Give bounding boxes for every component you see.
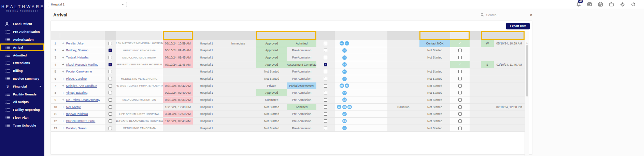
column-header-pathology[interactable] bbox=[387, 31, 419, 40]
settings-icon[interactable] bbox=[620, 2, 625, 7]
column-header-hospital[interactable] bbox=[116, 31, 163, 40]
sidebar-item-all-scripts[interactable]: All Scripts bbox=[0, 98, 44, 106]
sidebar-item-pre-authorisation[interactable]: Pre-Authorisation bbox=[0, 28, 44, 36]
create-file-checkbox[interactable] bbox=[458, 49, 462, 52]
column-header-tags[interactable] bbox=[354, 31, 387, 40]
column-header-auth[interactable] bbox=[256, 31, 287, 40]
sidebar-item-billing[interactable]: Billing bbox=[0, 67, 44, 75]
expand-row-icon[interactable]: + bbox=[62, 70, 64, 74]
create-file-checkbox[interactable] bbox=[458, 98, 462, 102]
private-room-checkbox[interactable] bbox=[324, 119, 327, 123]
patient-name-link[interactable]: Peralta, Jake bbox=[66, 42, 84, 45]
sidebar-item-arrival[interactable]: Arrival bbox=[0, 43, 44, 51]
export-csv-button[interactable]: Export CSV bbox=[506, 23, 530, 29]
expand-row-icon[interactable]: + bbox=[62, 98, 64, 102]
patient-name-link[interactable]: Rodney, Sharron bbox=[66, 49, 88, 52]
ccp-checkbox[interactable] bbox=[109, 112, 112, 116]
ccp-checkbox[interactable] bbox=[109, 77, 112, 80]
sidebar-item-load-patient[interactable]: Load Patient bbox=[0, 20, 44, 28]
ccp-checkbox[interactable] bbox=[109, 98, 112, 102]
private-room-checkbox[interactable] bbox=[324, 70, 327, 73]
column-header-contract[interactable] bbox=[419, 31, 450, 40]
ccp-checkbox[interactable] bbox=[109, 119, 112, 123]
column-header-arrival[interactable] bbox=[287, 31, 316, 40]
sidebar-item-invoice-summary[interactable]: Invoice Summary bbox=[0, 75, 44, 83]
ccp-checkbox[interactable] bbox=[109, 56, 112, 59]
column-header-facility[interactable] bbox=[193, 31, 220, 40]
close-icon[interactable]: × bbox=[530, 13, 532, 17]
patient-name-link[interactable]: mgewu, zukiswa bbox=[66, 112, 88, 116]
scrollbar-thumb[interactable] bbox=[526, 45, 528, 96]
sidebar-item-facility-reporting[interactable]: Facility Reporting bbox=[0, 106, 44, 114]
expand-row-icon[interactable]: + bbox=[62, 84, 64, 88]
column-header-ccp[interactable] bbox=[105, 31, 116, 40]
ccp-checkbox[interactable] bbox=[109, 42, 112, 45]
private-room-checkbox[interactable] bbox=[324, 77, 327, 80]
calendar-icon[interactable] bbox=[598, 2, 603, 7]
ccp-checkbox[interactable] bbox=[109, 84, 112, 88]
expand-row-icon[interactable]: + bbox=[62, 91, 64, 95]
expand-row-icon[interactable]: + bbox=[62, 56, 64, 60]
ccp-checkbox[interactable]: ✓ bbox=[109, 63, 112, 66]
ccp-checkbox[interactable] bbox=[109, 91, 112, 94]
sidebar-item-admitted[interactable]: Admitted bbox=[0, 51, 44, 59]
create-file-checkbox[interactable] bbox=[458, 84, 462, 88]
ccp-checkbox[interactable] bbox=[109, 127, 112, 130]
chat-icon[interactable] bbox=[587, 2, 592, 7]
patient-name-link[interactable]: Tantaal, Natasha bbox=[66, 56, 88, 59]
sidebar-item-facility-rounds[interactable]: Facility Rounds bbox=[0, 90, 44, 98]
create-file-checkbox[interactable] bbox=[458, 105, 462, 109]
expand-row-icon[interactable]: + bbox=[62, 41, 64, 45]
private-room-checkbox[interactable] bbox=[324, 98, 327, 102]
create-file-checkbox[interactable] bbox=[458, 70, 462, 73]
patient-name-link[interactable]: Hlobo, Caroline bbox=[66, 77, 87, 80]
private-room-checkbox[interactable] bbox=[324, 84, 327, 88]
column-header-planned[interactable] bbox=[163, 31, 193, 40]
expand-row-icon[interactable]: + bbox=[62, 77, 64, 81]
expand-row-icon[interactable]: + bbox=[62, 63, 64, 66]
column-header-last_arrival[interactable] bbox=[494, 31, 525, 40]
create-file-checkbox[interactable] bbox=[458, 119, 462, 123]
ccp-checkbox[interactable] bbox=[109, 105, 112, 109]
sidebar-item-team-schedule[interactable]: Team Schedule bbox=[0, 121, 44, 129]
patient-name-link[interactable]: De Freitas, Dean Anthony bbox=[66, 98, 100, 102]
expand-row-icon[interactable]: + bbox=[62, 49, 64, 52]
expand-row-icon[interactable]: + bbox=[62, 126, 64, 130]
briefcase-icon[interactable] bbox=[609, 2, 614, 7]
sidebar-item-floor-plan[interactable]: Floor Plan bbox=[0, 114, 44, 122]
private-room-checkbox[interactable] bbox=[324, 42, 327, 45]
patient-name-link[interactable]: Nkosi, Rosenda Mariline bbox=[66, 63, 98, 66]
private-room-checkbox[interactable] bbox=[324, 49, 327, 52]
private-room-checkbox[interactable] bbox=[324, 112, 327, 116]
patient-name-link[interactable]: BRONKHORST, Surei bbox=[66, 119, 95, 123]
sidebar-item-extensions[interactable]: Extensions bbox=[0, 59, 44, 67]
column-header-private_room[interactable] bbox=[316, 31, 335, 40]
column-header-create_file[interactable] bbox=[450, 31, 470, 40]
power-icon[interactable] bbox=[631, 2, 636, 7]
private-room-checkbox[interactable] bbox=[324, 91, 327, 94]
facility-select[interactable]: Hospital 1 bbox=[48, 2, 127, 7]
create-file-checkbox[interactable] bbox=[458, 127, 462, 130]
notifications-icon[interactable]: 48 bbox=[576, 2, 581, 7]
expand-row-icon[interactable]: + bbox=[62, 119, 64, 123]
sidebar-item-authorisation[interactable]: Authorisation bbox=[0, 36, 44, 44]
column-header-bed[interactable] bbox=[481, 31, 494, 40]
ccp-checkbox[interactable]: ✓ bbox=[109, 49, 112, 52]
patient-name-link[interactable]: Nel, Mietjie bbox=[66, 105, 81, 109]
private-room-checkbox[interactable] bbox=[324, 56, 327, 59]
private-room-checkbox[interactable]: ✓ bbox=[324, 63, 327, 66]
create-file-checkbox[interactable] bbox=[458, 77, 462, 80]
create-file-checkbox[interactable] bbox=[458, 112, 462, 116]
column-header-ward[interactable] bbox=[470, 31, 481, 40]
column-header-clinicians[interactable] bbox=[335, 31, 354, 40]
column-header-num[interactable] bbox=[51, 31, 60, 40]
private-room-checkbox[interactable] bbox=[324, 127, 327, 130]
patient-name-link[interactable]: Fourie, Carrol-anne bbox=[66, 70, 92, 73]
ccp-checkbox[interactable] bbox=[109, 70, 112, 73]
column-header-name[interactable] bbox=[60, 31, 105, 40]
patient-name-link[interactable]: Burston, Susan bbox=[66, 127, 86, 130]
column-header-transport[interactable] bbox=[220, 31, 256, 40]
expand-row-icon[interactable]: + bbox=[62, 112, 64, 116]
search-input[interactable] bbox=[486, 13, 516, 17]
patient-name-link[interactable]: Meintjes, Ann Goodhue bbox=[66, 84, 97, 88]
